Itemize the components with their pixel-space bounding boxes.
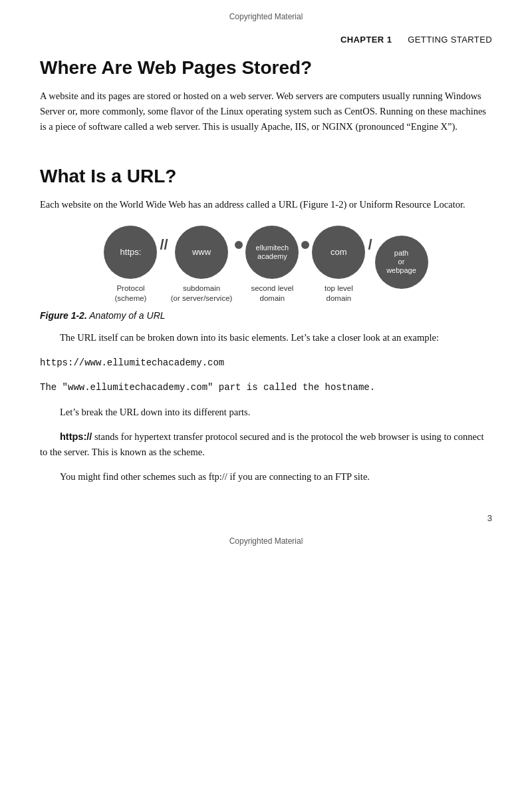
section2-intro: Each website on the World Wide Web has a… — [40, 197, 492, 212]
domain2-circle: ellumitechacademy — [245, 226, 299, 279]
slash: / — [368, 236, 372, 272]
chapter-number: 1 — [387, 35, 392, 45]
slash-slash-sep: // — [157, 236, 170, 292]
path-circle: pathorwebpage — [375, 236, 428, 289]
tld-col: com top leveldomain — [312, 226, 365, 303]
break-url-para: Let’s break the URL down into its differ… — [40, 405, 492, 420]
dot1 — [235, 241, 243, 249]
protocol-label: Protocol(scheme) — [115, 284, 147, 303]
domain2-col: ellumitechacademy second leveldomain — [245, 226, 299, 303]
protocol-col: https: Protocol(scheme) — [104, 226, 157, 303]
chapter-header: CHAPTER 1 GETTING STARTED — [40, 28, 492, 57]
main-content: Where Are Web Pages Stored? A website an… — [40, 57, 492, 501]
https-description: stands for hypertext transfer protocol s… — [40, 431, 483, 457]
figure-label: Figure 1-2. — [40, 310, 87, 321]
dot1-sep — [232, 241, 245, 288]
url-example-text: https://www.ellumitechacademy.com — [40, 357, 224, 368]
url-example: https://www.ellumitechacademy.com — [40, 355, 492, 370]
url-diagram: https: Protocol(scheme) // www subdomain… — [40, 226, 492, 303]
code-line: The "www.ellumitechacademy.com" part is … — [40, 379, 492, 395]
figure-caption-text: Anatomy of a URL — [87, 310, 166, 321]
www-label: subdomain(or server/service) — [171, 284, 233, 303]
section1-heading: Where Are Web Pages Stored? — [40, 57, 492, 79]
double-slash: // — [160, 236, 168, 272]
tld-label: top leveldomain — [325, 284, 353, 303]
page-number: 3 — [40, 501, 492, 530]
url-paragraph1: The URL itself can be broken down into i… — [40, 330, 492, 345]
section1-body: A website and its pages are stored or ho… — [40, 89, 492, 135]
https-para: https:// stands for hypertext transfer p… — [40, 429, 492, 460]
protocol-circle: https: — [104, 226, 157, 279]
section2-heading: What Is a URL? — [40, 165, 492, 188]
tld-circle: com — [312, 226, 365, 279]
section-gap — [40, 144, 492, 165]
domain2-label: second leveldomain — [251, 284, 293, 303]
chapter-label: CHAPTER 1 — [340, 35, 394, 45]
figure-caption: Figure 1-2. Anatomy of a URL — [40, 310, 492, 321]
chapter-word: CHAPTER — [340, 35, 384, 45]
www-circle: www — [175, 226, 228, 279]
dot2-sep — [299, 241, 312, 288]
ftp-para: You might find other schemes such as ftp… — [40, 469, 492, 485]
path-col: pathorwebpage — [375, 236, 428, 294]
https-bold-text: https:// — [60, 431, 92, 442]
chapter-title: GETTING STARTED — [408, 35, 492, 45]
top-copyright: Copyrighted Material — [40, 0, 492, 28]
code-line-text: The "www.ellumitechacademy.com" part is … — [40, 382, 375, 393]
url-circle-row: https: Protocol(scheme) // www subdomain… — [40, 226, 492, 303]
slash-sep: / — [365, 236, 374, 292]
page: Copyrighted Material CHAPTER 1 GETTING S… — [0, 0, 532, 808]
dot2 — [301, 241, 309, 249]
bottom-copyright: Copyrighted Material — [40, 530, 492, 558]
www-col: www subdomain(or server/service) — [171, 226, 233, 303]
